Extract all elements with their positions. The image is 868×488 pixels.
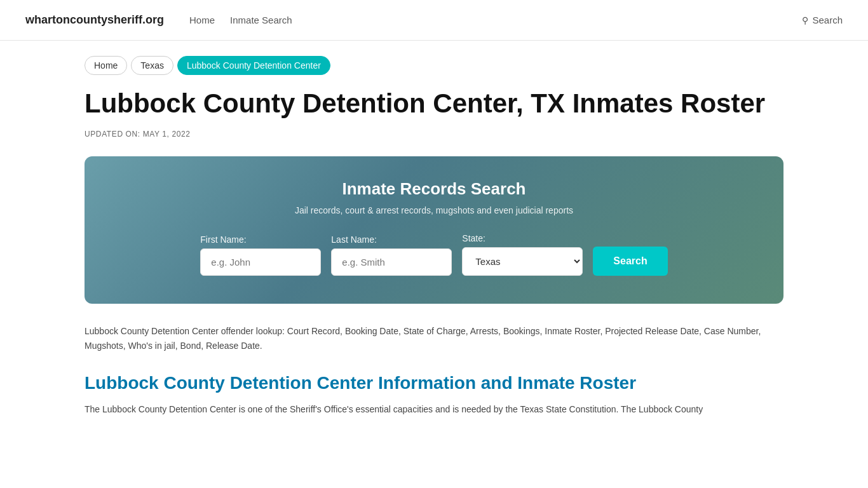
search-box-title: Inmate Records Search <box>115 179 753 199</box>
section-body: The Lubbock County Detention Center is o… <box>85 402 783 417</box>
search-form: First Name: Last Name: State: Texas Alab… <box>115 233 753 276</box>
main-content: Home Texas Lubbock County Detention Cent… <box>59 41 809 443</box>
main-nav: Home Inmate Search <box>189 15 776 25</box>
description-text: Lubbock County Detention Center offender… <box>85 324 783 353</box>
first-name-label: First Name: <box>200 234 321 245</box>
header-search-label: Search <box>812 15 843 25</box>
section-title: Lubbock County Detention Center Informat… <box>85 373 783 393</box>
last-name-label: Last Name: <box>331 234 452 245</box>
site-header: whartoncountysheriff.org Home Inmate Sea… <box>0 0 868 41</box>
search-button[interactable]: Search <box>593 247 667 276</box>
site-logo[interactable]: whartoncountysheriff.org <box>25 13 164 27</box>
last-name-group: Last Name: <box>331 234 452 276</box>
updated-date: UPDATED ON: MAY 1, 2022 <box>85 130 783 139</box>
breadcrumb-home[interactable]: Home <box>85 56 127 75</box>
state-label: State: <box>462 233 583 243</box>
search-box-subtitle: Jail records, court & arrest records, mu… <box>115 205 753 215</box>
breadcrumb-current: Lubbock County Detention Center <box>177 56 330 75</box>
nav-home[interactable]: Home <box>189 15 215 25</box>
state-group: State: Texas Alabama Alaska Arizona Cali… <box>462 233 583 276</box>
last-name-input[interactable] <box>331 248 452 276</box>
inmate-search-box: Inmate Records Search Jail records, cour… <box>85 156 783 304</box>
header-search[interactable]: ⚲ Search <box>802 15 843 25</box>
nav-inmate-search[interactable]: Inmate Search <box>230 15 292 25</box>
breadcrumb-texas[interactable]: Texas <box>131 56 173 75</box>
breadcrumb: Home Texas Lubbock County Detention Cent… <box>85 56 783 75</box>
search-icon: ⚲ <box>802 15 808 25</box>
first-name-group: First Name: <box>200 234 321 276</box>
state-select[interactable]: Texas Alabama Alaska Arizona California … <box>462 247 583 276</box>
page-title: Lubbock County Detention Center, TX Inma… <box>85 88 783 119</box>
first-name-input[interactable] <box>200 248 321 276</box>
